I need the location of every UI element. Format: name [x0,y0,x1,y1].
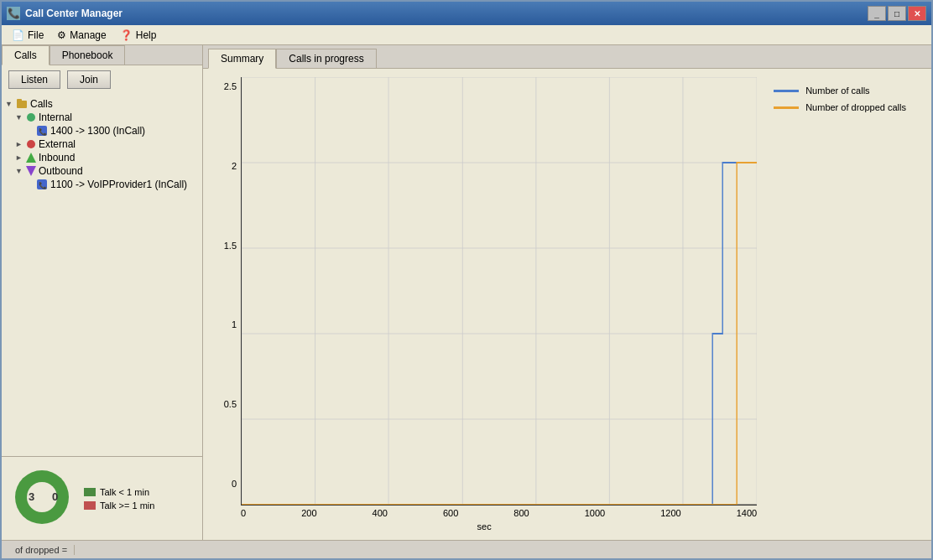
legend-talk-gte1: Talk >= 1 min [84,500,154,511]
tree-item-external[interactable]: ► External [15,137,199,151]
status-bar: of dropped = [2,540,931,558]
toggle-outbound: ▼ [15,167,23,175]
tab-summary[interactable]: Summary [208,49,276,69]
x-label-1200: 1200 [660,508,680,518]
legend-number-of-calls: Number of calls [774,86,906,96]
call-tree: ▼ Calls ▼ Internal 📞 1400 -> 1300 (InCal… [2,94,202,456]
menu-help[interactable]: ❓ Help [113,28,164,43]
legend-talk-lt1: Talk < 1 min [84,487,154,497]
tree-item-call-1400-1300[interactable]: 📞 1400 -> 1300 (InCall) [25,124,199,137]
svg-text:📞: 📞 [39,181,47,189]
chart-wrapper: 2.5 2 1.5 1 0.5 0 [211,77,757,531]
maximize-button[interactable]: □ [888,6,906,21]
y-axis: 2.5 2 1.5 1 0.5 0 [211,77,241,506]
folder-icon [16,98,28,110]
menu-manage[interactable]: ⚙ Manage [50,28,112,43]
toggle-inbound: ► [15,153,23,162]
svg-marker-7 [26,166,36,176]
titlebar: 📞 Call Center Manager _ □ ✕ [2,2,931,25]
tab-calls[interactable]: Calls [2,45,50,65]
tree-item-outbound[interactable]: ▼ Outbound [15,164,199,178]
legend-color-talk-lt1 [84,488,96,496]
y-label-2: 2 [232,161,237,171]
minimize-button[interactable]: _ [868,6,886,21]
toggle-calls: ▼ [5,100,13,108]
x-label-800: 800 [513,508,529,518]
svg-text:3: 3 [29,490,34,503]
inbound-icon [26,153,36,163]
y-label-0: 0 [232,479,237,489]
legend-line-dropped [774,106,799,109]
legend-color-talk-gte1 [84,501,96,510]
internal-icon [26,112,36,122]
x-label-0: 0 [241,508,246,518]
app-icon: 📞 [7,7,20,20]
chart-legend: Number of calls Number of dropped calls [757,77,923,531]
chart-area: 2.5 2 1.5 1 0.5 0 [203,69,931,540]
toggle-internal: ▼ [15,113,23,122]
x-label-600: 600 [443,508,458,518]
right-panel: Summary Calls in progress 2.5 2 1.5 1 [203,45,931,540]
x-label-400: 400 [373,508,388,518]
listen-button[interactable]: Listen [8,70,60,89]
external-icon [26,139,36,149]
tab-calls-in-progress[interactable]: Calls in progress [276,49,376,68]
chart-svg [242,77,757,505]
x-axis-ticks: 0 200 400 600 800 1000 1200 1400 [211,506,757,518]
y-label-0-5: 0.5 [224,399,237,409]
call-legend: Talk < 1 min Talk >= 1 min [84,487,154,511]
manage-icon: ⚙ [57,29,66,41]
legend-number-of-dropped-calls: Number of dropped calls [774,102,906,112]
svg-marker-6 [26,153,36,163]
tab-phonebook[interactable]: Phonebook [50,45,126,65]
tree-item-call-1100-voip[interactable]: 📞 1100 -> VoIPProvider1 (InCall) [25,178,199,191]
right-tabs: Summary Calls in progress [203,45,931,69]
chart-with-yaxis: 2.5 2 1.5 1 0.5 0 [211,77,757,506]
close-button[interactable]: ✕ [908,6,926,21]
x-axis-label: sec [211,521,757,531]
menu-file[interactable]: 📄 File [5,28,50,43]
menubar: 📄 File ⚙ Manage ❓ Help [2,25,931,45]
tree-item-calls-root[interactable]: ▼ Calls [5,97,199,111]
tree-item-inbound[interactable]: ► Inbound [15,151,199,164]
file-icon: 📄 [12,29,24,41]
svg-rect-1 [17,99,22,102]
titlebar-controls: _ □ ✕ [868,6,926,21]
chart-inner [241,77,757,506]
y-label-2-5: 2.5 [224,81,237,91]
tree-item-internal[interactable]: ▼ Internal [15,111,199,124]
phone-icon: 📞 [36,125,48,137]
donut-chart: 3 0 [8,464,76,533]
left-panel: Calls Phonebook Listen Join ▼ Calls [2,45,203,540]
svg-point-2 [27,113,35,122]
x-label-200: 200 [301,508,316,518]
y-label-1-5: 1.5 [224,241,237,251]
x-label-1000: 1000 [585,508,605,518]
help-icon: ❓ [120,29,133,41]
dropped-label: of dropped = [8,545,75,555]
voip-phone-icon: 📞 [36,179,48,190]
toggle-external: ► [15,140,23,148]
y-label-1: 1 [232,319,237,329]
svg-text:📞: 📞 [39,127,47,136]
join-button[interactable]: Join [67,70,111,89]
svg-point-5 [27,140,35,148]
legend-line-calls [774,90,799,92]
action-buttons: Listen Join [2,65,202,94]
left-tabs: Calls Phonebook [2,45,202,65]
main-content: Calls Phonebook Listen Join ▼ Calls [2,45,931,540]
call-stats-area: 3 0 Talk < 1 min Talk >= 1 min [2,456,202,540]
x-label-1400: 1400 [737,508,757,518]
window-title: Call Center Manager [25,8,868,19]
svg-text:0: 0 [52,490,58,503]
main-window: 📞 Call Center Manager _ □ ✕ 📄 File ⚙ Man… [0,0,933,560]
outbound-icon [26,166,36,176]
